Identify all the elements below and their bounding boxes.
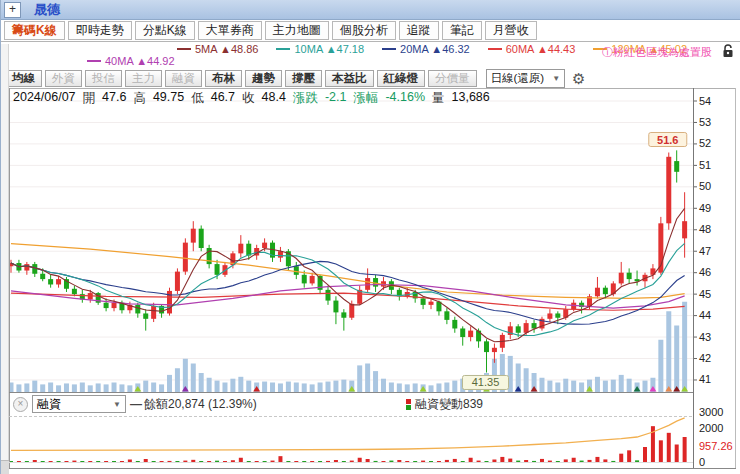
left-scrollbar[interactable] (1, 44, 9, 474)
ma-line-swatch-icon (177, 48, 191, 50)
svg-text:46: 46 (699, 266, 711, 278)
gear-icon[interactable]: ⚙ (572, 71, 585, 86)
ohlc-date: 2024/06/07 (13, 90, 76, 107)
ohlc-readout: 2024/06/07 開47.6 高49.75 低46.7 收48.4 漲跌-2… (13, 90, 490, 107)
toolbar-button-7[interactable]: 撐壓 (285, 70, 322, 87)
tab-item-4[interactable]: 主力地圖 (265, 21, 329, 40)
sub-indicator-select[interactable]: 融資 ▼ (32, 395, 126, 413)
toolbar-button-3[interactable]: 主力 (125, 70, 162, 87)
svg-text:50: 50 (699, 180, 711, 192)
ohlc-close: 48.4 (262, 90, 286, 107)
svg-text:0: 0 (699, 456, 705, 468)
svg-text:42: 42 (699, 352, 711, 364)
ohlc-low: 46.7 (211, 90, 235, 107)
svg-text:2000: 2000 (699, 422, 723, 434)
ma-legend-item: 5MA ▲48.86 (177, 43, 258, 55)
svg-text:51.6: 51.6 (657, 134, 678, 146)
tab-item-6[interactable]: 追蹤 (399, 21, 439, 40)
svg-text:957.26: 957.26 (699, 440, 733, 452)
ma-legend-text: 20MA ▲46.32 (400, 43, 470, 55)
tab-item-5[interactable]: 個股分析 (332, 21, 396, 40)
sub-chart-controls: × 融資 ▼ —餘額20,874 (12.39%) 融資變動839 (10, 394, 692, 415)
period-select[interactable]: 日線(還原) ▼ (486, 69, 566, 88)
ma-legend-text: 40MA ▲44.92 (105, 55, 175, 67)
svg-text:41: 41 (699, 373, 711, 385)
ohlc-open: 47.6 (102, 90, 126, 107)
toolbar-button-0[interactable]: 均線 (5, 70, 42, 87)
svg-text:47: 47 (699, 245, 711, 257)
toolbar-button-6[interactable]: 趨勢 (245, 70, 282, 87)
ma-line-swatch-icon (382, 48, 396, 50)
toolbar-button-4[interactable]: 融資 (165, 70, 202, 87)
chevron-down-icon: ▼ (113, 400, 121, 409)
svg-text:49: 49 (699, 202, 711, 214)
ma-legend-item: 40MA ▲44.92 (87, 55, 175, 67)
svg-text:43: 43 (699, 331, 711, 343)
svg-text:41.35: 41.35 (472, 376, 500, 388)
svg-text:53: 53 (699, 116, 711, 128)
toolbar-button-1[interactable]: 外資 (45, 70, 82, 87)
ma-legend-item: 60MA ▲44.43 (488, 43, 576, 55)
toolbar-button-5[interactable]: 布林 (205, 70, 242, 87)
ma-line-swatch-icon (488, 48, 502, 50)
ma-legend-item: 10MA ▲47.18 (276, 43, 364, 55)
ma-line-swatch-icon (87, 60, 101, 62)
ma-legend-text: 10MA ▲47.18 (294, 43, 364, 55)
margin-change-legend: 融資變動839 (406, 396, 483, 413)
tab-item-8[interactable]: 月營收 (485, 21, 537, 40)
toolbar-button-8[interactable]: 本益比 (325, 70, 374, 87)
chevron-down-icon: ▼ (552, 74, 560, 83)
svg-text:51: 51 (699, 159, 711, 171)
toolbar-buttons: 均線外資投信主力融資布林趨勢撐壓本益比紅綠燈分價量 (5, 70, 480, 87)
toolbar-button-10[interactable]: 分價量 (428, 70, 477, 87)
scrollbar-corner (1, 460, 9, 474)
line-swatch-icon: — (130, 397, 142, 411)
indicator-toolbar: 均線外資投信主力融資布林趨勢撐壓本益比紅綠燈分價量 日線(還原) ▼ ⚙ (1, 68, 740, 88)
ohlc-change-pct: -4.16% (385, 90, 425, 107)
remove-indicator-icon[interactable]: × (13, 397, 28, 412)
ohlc-change: -2.1 (325, 90, 347, 107)
sub-indicator-value: 融資 (37, 396, 61, 413)
ma-line-swatch-icon (276, 48, 290, 50)
pink-block-note: ⓘ粉紅色區塊為處置股 (602, 45, 712, 60)
ma-legend-area: 5MA ▲48.8610MA ▲47.1820MA ▲46.3260MA ▲44… (1, 42, 740, 68)
tab-item-7[interactable]: 筆記 (442, 21, 482, 40)
svg-text:44: 44 (699, 309, 711, 321)
candlestick-chart[interactable]: 545352515049484746454443424130002000957.… (1, 88, 740, 474)
svg-text:3000: 3000 (699, 406, 723, 418)
bar-swatch-icon (406, 399, 411, 410)
ma-legend-text: 5MA ▲48.86 (195, 43, 258, 55)
app-window: + 晟德 籌碼K線即時走勢分點K線大單券商主力地圖個股分析追蹤筆記月營收 5MA… (0, 0, 740, 474)
balance-legend: —餘額20,874 (12.39%) (130, 396, 257, 413)
tab-item-1[interactable]: 即時走勢 (68, 21, 132, 40)
ma-legend-text: 60MA ▲44.43 (506, 43, 576, 55)
ohlc-high: 49.75 (153, 90, 184, 107)
lock-icon[interactable] (722, 44, 734, 60)
svg-text:52: 52 (699, 137, 711, 149)
tab-item-0[interactable]: 籌碼K線 (4, 21, 65, 40)
svg-text:48: 48 (699, 223, 711, 235)
chart-region: 545352515049484746454443424130002000957.… (1, 88, 740, 474)
svg-text:54: 54 (699, 95, 711, 107)
tab-item-2[interactable]: 分點K線 (135, 21, 195, 40)
period-select-value: 日線(還原) (491, 71, 545, 86)
ma-legend-row-2: 40MA ▲44.92 (87, 55, 175, 67)
toolbar-button-2[interactable]: 投信 (85, 70, 122, 87)
stock-tab-label[interactable]: 晟德 (34, 1, 60, 19)
tab-bar: 籌碼K線即時走勢分點K線大單券商主力地圖個股分析追蹤筆記月營收 (1, 20, 740, 42)
ma-legend-item: 20MA ▲46.32 (382, 43, 470, 55)
ohlc-volume: 13,686 (452, 90, 490, 107)
svg-text:45: 45 (699, 288, 711, 300)
toolbar-button-9[interactable]: 紅綠燈 (377, 70, 426, 87)
tab-item-3[interactable]: 大單券商 (198, 21, 262, 40)
add-tab-button[interactable]: + (4, 2, 21, 18)
title-bar: + 晟德 (1, 0, 740, 20)
